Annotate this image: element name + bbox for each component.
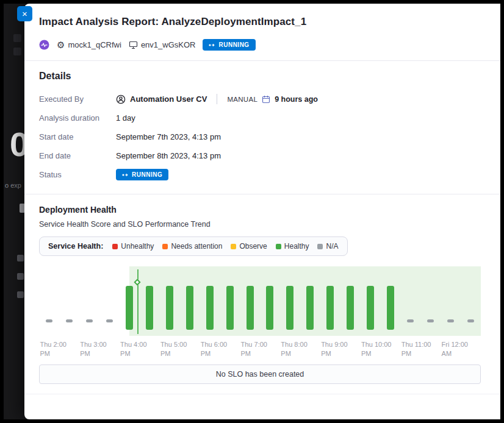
trigger-type: MANUAL [227,96,257,103]
chart-point [200,286,220,330]
axis-slot: Thu 8:00PM [280,340,300,360]
deployment-health-section: Deployment Health Service Health Score a… [24,205,500,384]
healthy-bar[interactable] [226,286,234,330]
footer-divider [24,394,500,394]
detail-value: Automation User CV MANUAL 9 hours ago [116,94,318,104]
healthy-bar[interactable] [266,286,273,330]
axis-slot [59,340,79,360]
detail-label: Executed By [39,94,116,104]
healthy-bar[interactable] [186,286,193,330]
background-fragment [13,48,21,55]
axis-slot [420,340,441,360]
detail-row-analysis-duration: Analysis duration 1 day [39,108,481,127]
chart-point [400,319,420,330]
chart-point [420,319,441,330]
report-meta-row: ⚙ mock1_qCRfwi env1_wGsKOR [39,39,481,51]
chart-point [120,286,140,330]
service-config-item[interactable]: ⚙ mock1_qCRfwi [57,40,121,49]
axis-slot [461,340,481,360]
calendar-icon [262,95,270,104]
na-dash[interactable] [46,319,52,322]
deployment-health-subheading: Service Health Score and SLO Performance… [39,220,481,229]
executed-by-user: Automation User CV [130,94,207,104]
legend-item-observe: Observe [231,242,267,251]
chart-point [99,319,120,330]
legend-label: Healthy [284,242,309,251]
axis-slot [260,340,280,360]
background-partial-text: o exp [5,182,21,189]
environment-name: env1_wGsKOR [141,40,196,49]
axis-slot [179,340,200,360]
impact-analysis-report-drawer: Impact Analysis Report: AnalyzeDeploymen… [24,4,500,419]
healthy-bar[interactable] [146,286,153,330]
healthy-bar[interactable] [286,286,293,330]
detail-value: September 8th 2023, 4:13 pm [116,151,221,160]
chart-point [79,319,99,330]
close-button[interactable]: × [17,6,32,21]
background-fragment [13,34,21,42]
healthy-bar[interactable] [347,286,354,330]
chart-point [240,286,260,330]
healthy-bar[interactable] [367,286,374,330]
detail-row-status: Status RUNNING [39,165,481,184]
na-dash[interactable] [66,319,73,322]
legend-swatch [112,244,118,249]
legend-swatch [231,244,236,249]
chart-point [179,286,200,330]
legend-swatch [162,244,168,249]
axis-slot: Thu 10:00PM [361,340,381,360]
chart-point [260,286,280,330]
na-dash[interactable] [467,319,474,322]
detail-row-start-date: Start date September 7th 2023, 4:13 pm [39,127,481,146]
legend-label: N/A [326,242,338,251]
environment-icon [129,41,138,49]
healthy-bar[interactable] [126,286,133,330]
chart-point [461,319,481,330]
running-icon [122,172,129,177]
axis-slot [300,340,320,360]
chart-point [39,319,59,330]
detail-label: Status [39,170,116,179]
modal-title: Impact Analysis Report: AnalyzeDeploymen… [39,16,481,28]
chart-plot [39,266,481,336]
healthy-bar[interactable] [387,286,394,330]
detail-row-executed-by: Executed By Automation User CV MANUAL [39,90,481,108]
axis-slot: Thu 5:00PM [159,340,179,360]
chart-point [361,286,381,330]
status-badge-label: RUNNING [218,41,249,48]
na-dash[interactable] [427,319,434,322]
service-health-legend: Service Health: UnhealthyNeeds attention… [39,236,348,256]
detail-value: September 7th 2023, 4:13 pm [116,132,221,141]
healthy-bar[interactable] [326,286,334,330]
healthy-bar[interactable] [306,286,314,330]
user-icon [116,94,126,104]
legend-item-unhealthy: Unhealthy [112,242,154,251]
na-dash[interactable] [447,319,454,322]
chart-point [59,319,79,330]
axis-slot [140,340,160,360]
detail-value: 1 day [116,113,135,123]
healthy-bar[interactable] [247,286,254,330]
environment-item[interactable]: env1_wGsKOR [129,40,196,49]
chart-point [159,286,179,330]
na-dash[interactable] [407,319,414,322]
healthy-bar[interactable] [166,286,173,330]
background-icon [17,291,24,298]
gear-icon: ⚙ [57,40,65,49]
vertical-divider [217,94,217,104]
chart-plot-slots [39,266,481,336]
healthy-bar[interactable] [206,286,214,330]
na-dash[interactable] [86,319,93,322]
chart-axis: Thu 2:00PMThu 3:00PMThu 4:00PMThu 5:00PM… [39,340,481,360]
axis-slot: Thu 11:00PM [400,340,420,360]
details-heading: Details [39,71,481,82]
close-icon: × [22,9,27,18]
detail-label: Analysis duration [39,113,116,123]
chart-point [220,286,240,330]
na-dash[interactable] [106,319,113,322]
legend-label: Observe [239,242,267,251]
chart-point [441,319,461,330]
details-rows: Executed By Automation User CV MANUAL [39,90,481,184]
running-icon [209,43,215,48]
service-config-name: mock1_qCRfwi [68,40,121,49]
